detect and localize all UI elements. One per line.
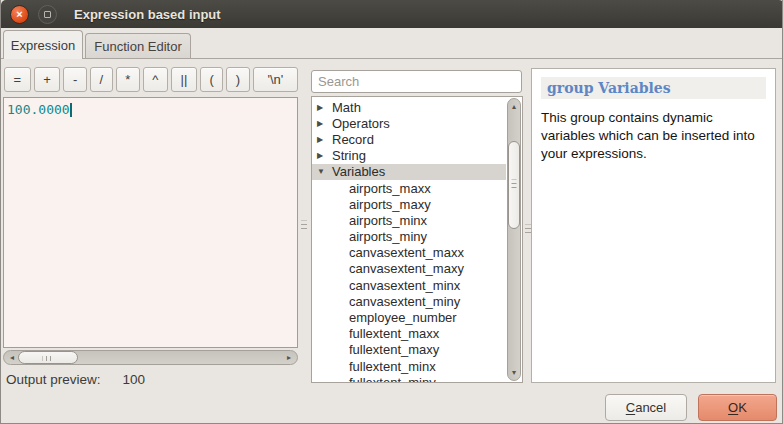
help-panel: group Variables This group contains dyna… (531, 68, 776, 383)
scroll-left-icon[interactable]: ◂ (6, 352, 18, 363)
operator-button[interactable]: = (4, 67, 31, 92)
operator-button[interactable]: - (63, 67, 86, 92)
tree-variable-row[interactable]: airports_miny (312, 229, 506, 245)
horizontal-scroll-thumb[interactable] (18, 351, 78, 364)
tree-item-label: fullextent_miny (349, 375, 436, 383)
output-preview-value: 100 (123, 372, 146, 387)
operator-button-row: =+-/*^||()'\n' (4, 67, 298, 92)
scroll-grip (512, 180, 517, 191)
ok-button[interactable]: OK (698, 394, 777, 421)
search-input[interactable] (311, 70, 522, 93)
help-body: This group contains dynamic variables wh… (541, 109, 766, 162)
tree-group-row[interactable]: ▶Math (312, 99, 506, 115)
vertical-scroll-thumb[interactable] (508, 141, 520, 229)
operator-button[interactable]: || (171, 67, 197, 92)
operator-button[interactable]: / (90, 67, 113, 92)
expression-dialog: × Expression based input Expression Func… (0, 0, 783, 424)
triangle-icon[interactable]: ▶ (317, 135, 332, 144)
tree-variable-row[interactable]: fullextent_minx (312, 358, 506, 374)
scroll-up-icon[interactable]: ▴ (509, 101, 519, 112)
operator-button[interactable]: ) (226, 67, 249, 92)
tab-expression[interactable]: Expression (3, 30, 83, 59)
tab-function-editor[interactable]: Function Editor (85, 33, 191, 59)
triangle-icon[interactable]: ▼ (317, 167, 332, 176)
tree-variable-row[interactable]: canvasextent_maxy (312, 261, 506, 277)
operator-button[interactable]: '\n' (253, 67, 298, 92)
tree-variable-row[interactable]: fullextent_maxx (312, 326, 506, 342)
tree-variable-row[interactable]: fullextent_maxy (312, 342, 506, 358)
titlebar[interactable]: × Expression based input (1, 0, 783, 28)
tree-item-label: fullextent_minx (349, 359, 436, 374)
triangle-icon[interactable]: ▶ (317, 119, 332, 128)
triangle-icon[interactable]: ▶ (317, 103, 332, 112)
cancel-button[interactable]: Cancel (605, 394, 687, 421)
close-icon[interactable]: × (10, 5, 29, 24)
tree-item-label: String (332, 148, 366, 163)
tree-group-row[interactable]: ▶Operators (312, 115, 506, 131)
splitter-middle-right[interactable] (524, 218, 531, 242)
restore-icon[interactable] (38, 5, 57, 24)
tree-item-label: Variables (332, 164, 385, 179)
splitter-left-middle[interactable] (300, 214, 307, 238)
output-preview-label: Output preview: (6, 372, 101, 387)
text-caret (70, 103, 72, 117)
tree-item-label: canvasextent_maxy (349, 261, 464, 276)
tree-item-label: canvasextent_maxx (349, 245, 464, 260)
scroll-right-icon[interactable]: ▸ (283, 352, 295, 363)
tree-item-label: Math (332, 100, 361, 115)
expression-editor[interactable]: 100.0000 (3, 97, 298, 348)
splitter-grip-icon (301, 221, 307, 232)
splitter-grip-icon (525, 225, 531, 236)
tree-item-label: airports_maxy (349, 197, 431, 212)
tree-item-label: airports_miny (349, 229, 427, 244)
expression-horizontal-scrollbar[interactable]: ◂ ▸ (3, 350, 298, 365)
tree-variable-row[interactable]: airports_maxy (312, 196, 506, 212)
restore-square (44, 11, 51, 18)
tree-variable-row[interactable]: fullextent_miny (312, 374, 506, 383)
tree-group-row[interactable]: ▶String (312, 148, 506, 164)
tree-item-label: canvasextent_miny (349, 294, 460, 309)
operator-button[interactable]: ( (200, 67, 223, 92)
tree-variable-row[interactable]: employee_number (312, 309, 506, 325)
tree-group-row[interactable]: ▶Record (312, 131, 506, 147)
tree-vertical-scrollbar[interactable]: ▴ ▾ (507, 98, 521, 381)
scroll-down-icon[interactable]: ▾ (509, 367, 519, 378)
tree-variable-row[interactable]: canvasextent_minx (312, 277, 506, 293)
function-tree[interactable]: ▶Math▶Operators▶Record▶String▼Variablesa… (311, 96, 523, 383)
tree-variable-row[interactable]: airports_minx (312, 212, 506, 228)
tree-variable-row[interactable]: airports_maxx (312, 180, 506, 196)
operator-button[interactable]: + (34, 67, 61, 92)
operator-button[interactable]: * (116, 67, 140, 92)
tree-item-label: Record (332, 132, 374, 147)
help-title: group Variables (541, 77, 766, 99)
tree-item-label: airports_maxx (349, 181, 431, 196)
tree-rows: ▶Math▶Operators▶Record▶String▼Variablesa… (312, 99, 506, 383)
tree-group-row[interactable]: ▼Variables (312, 164, 506, 180)
tree-variable-row[interactable]: canvasextent_miny (312, 293, 506, 309)
operator-button[interactable]: ^ (143, 67, 168, 92)
tab-strip: Expression Function Editor (1, 29, 783, 59)
tree-item-label: fullextent_maxy (349, 342, 439, 357)
tree-item-label: fullextent_maxx (349, 326, 439, 341)
window-title: Expression based input (74, 7, 221, 22)
tree-variable-row[interactable]: canvasextent_maxx (312, 245, 506, 261)
output-preview-row: Output preview:100 (6, 372, 145, 387)
expression-value: 100.0000 (7, 102, 70, 117)
tree-item-label: airports_minx (349, 213, 427, 228)
tree-item-label: employee_number (349, 310, 457, 325)
tree-item-label: canvasextent_minx (349, 278, 460, 293)
triangle-icon[interactable]: ▶ (317, 151, 332, 160)
tree-item-label: Operators (332, 116, 390, 131)
scroll-grip (43, 356, 54, 361)
